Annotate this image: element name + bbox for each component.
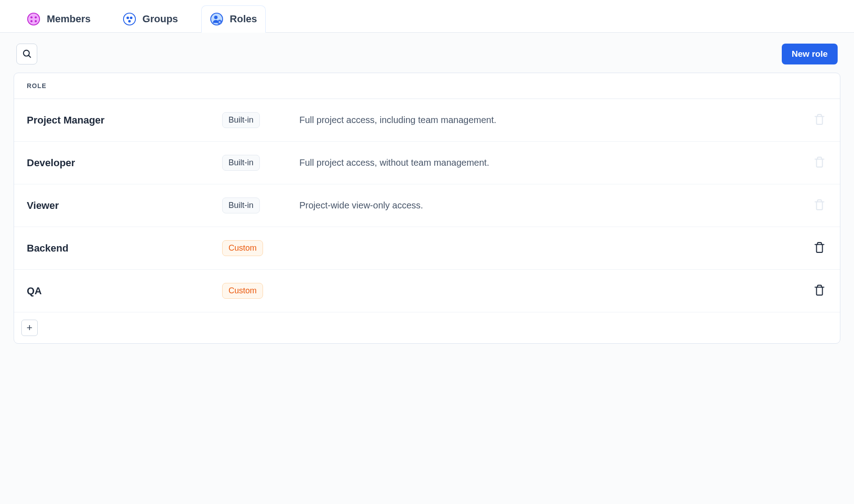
groups-icon <box>123 12 136 26</box>
tabs-header: Members Groups <box>0 0 854 33</box>
table-footer: + <box>14 312 840 343</box>
toolbar: New role <box>0 33 854 73</box>
column-role-header: ROLE <box>27 82 46 89</box>
role-name: Developer <box>27 157 218 169</box>
tab-label: Groups <box>143 13 178 25</box>
svg-point-8 <box>128 20 131 23</box>
trash-icon <box>814 120 825 127</box>
role-name: Project Manager <box>27 114 218 126</box>
roles-table: ROLE Project Manager Built-in Full proje… <box>14 73 840 344</box>
svg-point-2 <box>35 16 37 19</box>
svg-point-6 <box>126 16 129 19</box>
tab-roles[interactable]: Roles <box>201 5 266 33</box>
role-name: Viewer <box>27 200 218 212</box>
trash-icon <box>814 248 825 255</box>
add-role-button[interactable]: + <box>21 320 38 336</box>
role-type-badge: Custom <box>222 240 263 256</box>
tab-label: Roles <box>230 13 257 25</box>
svg-point-3 <box>30 20 33 22</box>
table-row[interactable]: Project Manager Built-in Full project ac… <box>14 99 840 142</box>
svg-line-18 <box>29 55 30 57</box>
search-button[interactable] <box>16 44 37 64</box>
svg-point-5 <box>123 13 135 25</box>
new-role-label: New role <box>792 49 828 59</box>
table-row[interactable]: Developer Built-in Full project access, … <box>14 142 840 184</box>
role-type-badge: Built-in <box>222 155 260 171</box>
table-row[interactable]: Backend Custom <box>14 227 840 270</box>
tab-members[interactable]: Members <box>18 5 99 33</box>
tab-label: Members <box>47 13 91 25</box>
members-icon <box>27 12 40 26</box>
delete-role-button <box>812 154 827 171</box>
role-type-badge: Built-in <box>222 112 260 128</box>
delete-role-button <box>812 112 827 128</box>
tab-groups[interactable]: Groups <box>114 5 187 33</box>
table-header: ROLE <box>14 73 840 99</box>
svg-point-4 <box>35 20 37 22</box>
trash-icon <box>814 163 825 169</box>
table-row[interactable]: Viewer Built-in Project-wide view-only a… <box>14 184 840 227</box>
role-description: Full project access, including team mana… <box>299 115 795 125</box>
role-type-badge: Built-in <box>222 198 260 213</box>
role-type-badge: Custom <box>222 283 263 299</box>
role-description: Full project access, without team manage… <box>299 158 795 168</box>
role-name: QA <box>27 285 218 297</box>
delete-role-button[interactable] <box>812 240 827 257</box>
plus-icon: + <box>27 322 33 334</box>
svg-point-1 <box>30 16 33 19</box>
svg-point-0 <box>28 13 40 25</box>
delete-role-button[interactable] <box>812 282 827 299</box>
svg-point-7 <box>130 16 133 19</box>
new-role-button[interactable]: New role <box>782 44 838 64</box>
roles-icon <box>210 12 223 26</box>
trash-icon <box>814 205 825 212</box>
svg-point-10 <box>214 16 218 20</box>
role-name: Backend <box>27 242 218 254</box>
role-description: Project-wide view-only access. <box>299 200 795 211</box>
trash-icon <box>814 291 825 297</box>
search-icon <box>22 49 32 60</box>
delete-role-button <box>812 197 827 214</box>
table-row[interactable]: QA Custom <box>14 270 840 312</box>
